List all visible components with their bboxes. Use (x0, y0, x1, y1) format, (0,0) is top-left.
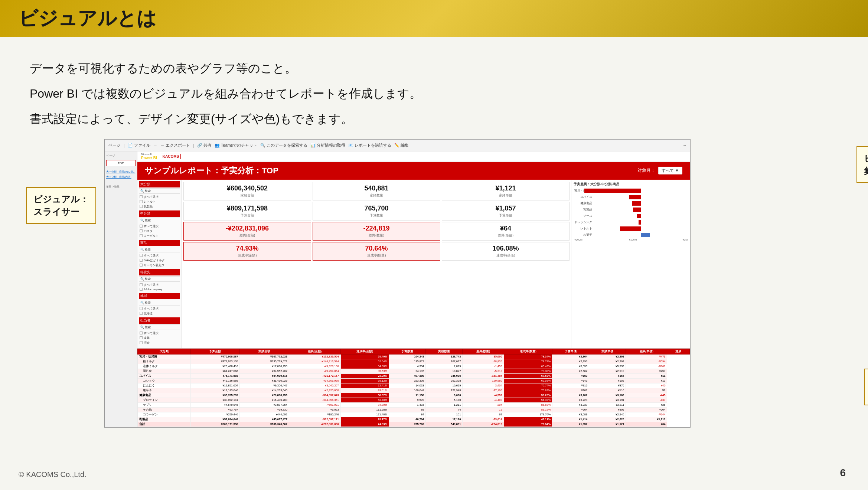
kpi-card-diff-suryo: -224,819 差異(数量) (313, 222, 440, 241)
slicer-checkbox-1-1[interactable] (140, 195, 143, 198)
slicer-checkbox-2-3[interactable] (140, 234, 143, 237)
slicer-checkbox-5-1[interactable] (140, 307, 143, 310)
matrix-cell-9: ¥3,191 (589, 398, 626, 402)
slicer-search-6[interactable]: 🔍 検索 (139, 324, 180, 330)
matrix-cell-10: ¥1,211 (626, 417, 667, 422)
matrix-row: その他¥53,767¥59,830¥6,063111.28%8974-1583.… (138, 407, 690, 412)
slicer-item-2-3[interactable]: ヨーグルト (139, 233, 180, 238)
chart-bar-neg-sauce (637, 214, 640, 218)
matrix-cell-5: 2,879 (426, 364, 463, 369)
matrix-cell-4: 765,700 (389, 422, 426, 427)
pbi-bar-chart: 予実差異：大分類-中分類-商品 乳児・幼児用 (571, 180, 690, 348)
slicer-checkbox-6-3[interactable] (140, 341, 143, 344)
matrix-cell-6: -28,835 (463, 359, 504, 364)
matrix-cell-8: ¥153 (552, 373, 589, 378)
slicer-item-1-2[interactable]: レトルト (139, 199, 180, 204)
pbi-left-nav: ページ TOP 大中分類・商品(ABC分... 大中分類・商品(内訳) 単量 >… (105, 151, 137, 427)
matrix-cell-7: 78.78% (504, 359, 552, 364)
slicer-item-1-3[interactable]: 乳製品 (139, 204, 180, 209)
matrix-cell-5: 18,827 (426, 369, 463, 373)
matrix-cell-10: -¥161 (626, 364, 667, 369)
slicer-item-4-1[interactable]: すべて選択 (139, 282, 180, 287)
pbi-page-top[interactable]: TOP (106, 160, 136, 166)
slicer-item-6-3[interactable]: 沼会 (139, 340, 180, 345)
slicer-item-3-1[interactable]: すべて選択 (139, 253, 180, 258)
kpi-val-yosan-tanka: ¥1,057 (445, 205, 566, 212)
matrix-cell-4: 11,158 (389, 393, 426, 398)
slicer-search-3[interactable]: 🔍 検索 (139, 247, 180, 252)
matrix-cell-0: ¥64,247,066 (190, 369, 240, 373)
kpi-card-yosan-tanka: ¥1,057 予算単価 (442, 202, 570, 220)
pbi-filter-select[interactable]: すべて ▼ (658, 167, 682, 174)
slicer-item-3-2[interactable]: DHAほどミルク (139, 258, 180, 263)
slicer-checkbox-3-2[interactable] (140, 259, 143, 262)
matrix-cell-9: ¥5,933 (589, 364, 626, 369)
pbi-menu-page[interactable]: ページ (108, 143, 121, 148)
slicer-checkbox-1-2[interactable] (140, 200, 143, 203)
matrix-cell-1: ¥20,888,256 (240, 393, 289, 398)
chart-bar-container-kenkou (594, 201, 688, 206)
slicer-checkbox-3-3[interactable] (140, 264, 143, 267)
slicer-item-5-1[interactable]: すべて選択 (139, 306, 180, 311)
matrix-cell-2: ¥6,063 (289, 407, 340, 412)
slicer-item-6-1[interactable]: すべて選択 (139, 331, 180, 336)
matrix-cell-9: ¥3,211 (589, 402, 626, 407)
chart-bar-spice: スパイス (574, 195, 688, 200)
slicer-item-2-1[interactable]: すべて選択 (139, 224, 180, 229)
chart-label-nyusei: 乳製品 (574, 208, 592, 212)
pbi-matrix-section: 大分類 予算金額 実績金額 差異(金額) 達成率(金額) 予算数量 実績数量 差… (137, 349, 690, 427)
matrix-cell-7: 42.11% (504, 417, 552, 422)
slicer-item-1-1[interactable]: すべて選択 (139, 195, 180, 199)
slicer-search-2[interactable]: 🔍 検索 (139, 218, 180, 223)
pbi-nav-link-2[interactable]: 大中分類・商品(内訳) (106, 175, 136, 179)
slicer-search-4[interactable]: 🔍 検索 (139, 276, 180, 282)
slicer-checkbox-1-3[interactable] (140, 205, 143, 208)
slicer-checkbox-2-2[interactable] (140, 229, 143, 232)
matrix-cell-8: ¥2,864 (552, 354, 589, 359)
slicer-checkbox-4-1[interactable] (140, 283, 143, 286)
slicer-checkbox-6-1[interactable] (140, 331, 143, 334)
pbi-menu-file[interactable]: 📄 ファイル (128, 143, 150, 148)
matrix-cell-0: ¥809,171,598 (190, 422, 240, 427)
pbi-slicer-panel: 大分類 🔍 検索 すべて選択 レトルト 乳製品 中分類 🔍 検索 すべて選択 パ (137, 180, 182, 348)
slicer-search-5[interactable]: 🔍 検索 (139, 300, 180, 306)
pbi-menu-edit[interactable]: ✏️ 編集 (394, 143, 409, 148)
pbi-menu-share[interactable]: 🔗 共有 (197, 143, 212, 148)
chart-bar-container-dressing (594, 220, 688, 225)
chart-label-sauce: ソース (574, 214, 592, 218)
slicer-checkbox-3-1[interactable] (140, 254, 143, 257)
pbi-nav-link-1[interactable]: 大中分類・商品(ABC分... (106, 170, 136, 174)
slicer-item-3-3[interactable]: サーモン乳化ウ (139, 263, 180, 268)
kpi-val-rate-tanka: 106.08% (445, 245, 566, 252)
slicer-checkbox-4-2[interactable] (140, 288, 143, 291)
slicer-item-6-2[interactable]: 遠藤 (139, 336, 180, 340)
matrix-cell-cat: コショウ (138, 378, 191, 383)
matrix-cell-0: ¥35,785,299 (190, 393, 240, 398)
matrix-th-category: 大分類 (138, 349, 191, 354)
slicer-item-4-2[interactable]: AAA company (139, 287, 180, 291)
kpi-lbl-jisseki-tanka: 家緒単価 (445, 193, 566, 198)
matrix-cell-6: -37,100 (463, 388, 504, 393)
matrix-cell-3: 84.89% (340, 402, 389, 407)
powerbi-frame: ページ | 📄 ファイル → → エクスポート | 🔗 共有 👥 Teamsでの… (104, 139, 691, 428)
matrix-cell-9: ¥809 (589, 407, 626, 412)
pbi-logo-microsoft: Microsoft (141, 153, 157, 156)
pbi-menu-export[interactable]: → エクスポート (160, 143, 190, 148)
pbi-menu-subscribe[interactable]: 📧 レポートを購読する (348, 143, 391, 148)
matrix-cell-1: ¥54,999,516 (240, 373, 289, 378)
pbi-menu-insights[interactable]: 📊 分析情報の取得 (310, 143, 345, 148)
slicer-checkbox-6-2[interactable] (140, 336, 143, 339)
matrix-row: 粉ミルク¥379,953,105¥235,739,571-¥144,213,53… (138, 359, 690, 364)
kpi-card-jisseki-suryo: 540,881 家緒数量 (313, 182, 440, 200)
slicer-search-1[interactable]: 🔍 検索 (139, 188, 180, 194)
slicer-checkbox-2-1[interactable] (140, 225, 143, 228)
matrix-cell-4: 14,033 (389, 383, 426, 388)
slicer-checkbox-5-2[interactable] (140, 312, 143, 315)
pbi-menu-teams[interactable]: 👥 Teamsでのチャット (215, 143, 257, 148)
slicer-section-tantosya: 担当者 🔍 検索 すべて選択 遠藤 沼会 (139, 317, 180, 345)
pbi-menu-explore[interactable]: 🔍 このデータを探索する (260, 143, 307, 148)
slicer-item-2-2[interactable]: パスタ (139, 229, 180, 233)
callout-slicer-label: ビジュアル：スライサー (33, 194, 89, 217)
matrix-cell-6: -161,484 (463, 373, 504, 378)
slicer-item-5-2[interactable]: 北海道 (139, 311, 180, 316)
